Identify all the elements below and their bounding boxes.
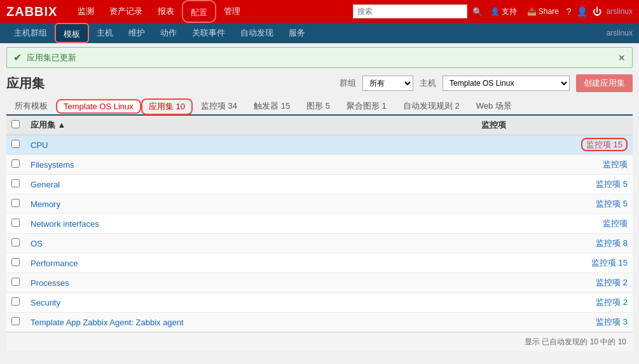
- monitor-items-link[interactable]: 监控项 15: [581, 138, 628, 151]
- monitor-items-link[interactable]: 监控项 15: [591, 258, 628, 267]
- tab-template-os[interactable]: Template OS Linux: [56, 99, 141, 114]
- nav-monitor[interactable]: 监测: [70, 0, 102, 23]
- row-name: Security: [25, 293, 476, 313]
- appset-link[interactable]: CPU: [31, 140, 48, 150]
- user-icon[interactable]: 👤: [577, 6, 587, 17]
- row-checkbox[interactable]: [11, 159, 20, 168]
- tab-triggers[interactable]: 触发器 15: [245, 97, 298, 114]
- monitor-items-link[interactable]: 监控项 5: [596, 179, 628, 189]
- logout-icon[interactable]: ⏻: [593, 6, 601, 17]
- table-row: General监控项 5: [6, 175, 633, 194]
- row-name: OS: [25, 234, 476, 253]
- row-checkbox[interactable]: [11, 278, 20, 286]
- create-appset-button[interactable]: 创建应用集: [576, 74, 633, 92]
- appset-link[interactable]: Performance: [31, 259, 78, 268]
- help-icon[interactable]: ?: [567, 6, 572, 17]
- search-icon[interactable]: 🔍: [472, 7, 483, 17]
- row-name: Memory: [25, 194, 476, 214]
- tab-appsets[interactable]: 应用集 10: [141, 98, 193, 115]
- monitor-items-link[interactable]: 监控项: [603, 219, 628, 228]
- autorules-count: 2: [455, 101, 459, 111]
- table-row: CPU监控项 15: [6, 135, 633, 155]
- notification-bar: ✔ 应用集已更新 ✕: [6, 47, 633, 68]
- share-link[interactable]: 📤 Share: [525, 7, 561, 16]
- row-name: Performance: [25, 253, 476, 273]
- share-icon: 📤: [527, 7, 537, 16]
- nav-maintain[interactable]: 维护: [121, 23, 153, 43]
- row-checkbox[interactable]: [11, 317, 20, 325]
- monitors-count: 34: [228, 101, 237, 111]
- tab-aggregate[interactable]: 聚合图形 1: [338, 97, 395, 114]
- table-row: Security监控项 2: [6, 293, 633, 313]
- support-icon: 👤: [490, 7, 500, 16]
- nav-user-right: arslinux: [607, 29, 633, 37]
- row-checkbox[interactable]: [11, 297, 20, 306]
- aggregate-count: 1: [382, 101, 387, 111]
- host-filter-label: 主机: [420, 78, 436, 89]
- nav-admin[interactable]: 管理: [216, 0, 248, 23]
- group-filter-select[interactable]: 所有: [362, 76, 413, 91]
- tab-webscenes[interactable]: Web 场景: [468, 97, 520, 114]
- table-row: Template App Zabbix Agent: Zabbix agent监…: [6, 313, 633, 332]
- second-navigation: 主机群组 模板 主机 维护 动作 关联事件 自动发现 服务 arslinux: [0, 23, 639, 43]
- monitor-items-link[interactable]: 监控项 2: [596, 278, 628, 287]
- sub-tabs: 所有模板 Template OS Linux 应用集 10 监控项 34 触发器…: [6, 97, 633, 116]
- appsets-count: 10: [175, 102, 184, 111]
- header-monitor-col: 监控项: [476, 116, 633, 135]
- row-monitor: 监控项: [476, 214, 633, 234]
- row-monitor: 监控项 8: [476, 234, 633, 253]
- nav-service[interactable]: 服务: [281, 23, 313, 43]
- tab-monitors[interactable]: 监控项 34: [193, 97, 245, 114]
- table-row: Network interfaces监控项: [6, 214, 633, 234]
- row-checkbox[interactable]: [11, 140, 20, 148]
- monitor-items-link[interactable]: 监控项: [603, 159, 628, 169]
- appset-link[interactable]: General: [31, 180, 60, 189]
- notification-close-button[interactable]: ✕: [618, 53, 626, 63]
- top-navigation: ZABBIX 监测 资产记录 报表 配置 管理 🔍 👤 支持 📤 Share ?…: [0, 0, 639, 23]
- triggers-count: 15: [281, 101, 290, 111]
- tab-graphs[interactable]: 图形 5: [298, 97, 338, 114]
- appset-link[interactable]: Memory: [31, 199, 60, 209]
- nav-config[interactable]: 配置: [182, 0, 216, 23]
- graphs-count: 5: [326, 101, 330, 111]
- row-monitor: 监控项 15: [476, 253, 633, 273]
- page-header: 应用集 群组 所有 主机 Template OS Linux 创建应用集: [6, 74, 633, 92]
- nav-action[interactable]: 动作: [153, 23, 184, 43]
- monitor-items-link[interactable]: 监控项 8: [596, 238, 628, 248]
- monitor-items-link[interactable]: 监控项 3: [596, 317, 628, 327]
- appset-link[interactable]: Filesystems: [31, 160, 74, 170]
- search-input[interactable]: [353, 4, 467, 18]
- row-checkbox[interactable]: [11, 199, 20, 207]
- nav-template[interactable]: 模板: [55, 23, 89, 43]
- row-checkbox[interactable]: [11, 238, 20, 246]
- row-checkbox[interactable]: [11, 179, 20, 187]
- nav-hostgroup[interactable]: 主机群组: [6, 23, 55, 43]
- row-name: Network interfaces: [25, 214, 476, 234]
- select-all-checkbox[interactable]: [11, 120, 20, 128]
- notification-text: 应用集已更新: [27, 52, 613, 64]
- nav-host[interactable]: 主机: [89, 23, 121, 43]
- row-name: CPU: [25, 135, 476, 155]
- row-checkbox[interactable]: [11, 258, 20, 266]
- tab-autorules[interactable]: 自动发现规则 2: [395, 97, 468, 114]
- row-monitor: 监控项 2: [476, 273, 633, 293]
- monitor-items-link[interactable]: 监控项 2: [596, 297, 628, 307]
- nav-correlation[interactable]: 关联事件: [184, 23, 233, 43]
- appset-link[interactable]: Processes: [31, 278, 69, 288]
- appset-link[interactable]: Template App Zabbix Agent: Zabbix agent: [31, 318, 184, 327]
- host-filter-select[interactable]: Template OS Linux: [443, 76, 570, 91]
- row-monitor: 监控项 5: [476, 175, 633, 194]
- appset-link[interactable]: Network interfaces: [31, 219, 99, 229]
- table-row: OS监控项 8: [6, 234, 633, 253]
- row-name: Filesystems: [25, 155, 476, 175]
- appset-link[interactable]: OS: [31, 239, 43, 248]
- tab-all-templates[interactable]: 所有模板: [6, 97, 56, 114]
- appset-link[interactable]: Security: [31, 298, 60, 307]
- support-link[interactable]: 👤 支持: [488, 6, 519, 17]
- nav-assets[interactable]: 资产记录: [102, 0, 150, 23]
- nav-reports[interactable]: 报表: [150, 0, 182, 23]
- nav-discovery[interactable]: 自动发现: [233, 23, 281, 43]
- monitor-items-link[interactable]: 监控项 5: [596, 199, 628, 208]
- row-checkbox[interactable]: [11, 219, 20, 227]
- group-filter-label: 群组: [340, 78, 356, 89]
